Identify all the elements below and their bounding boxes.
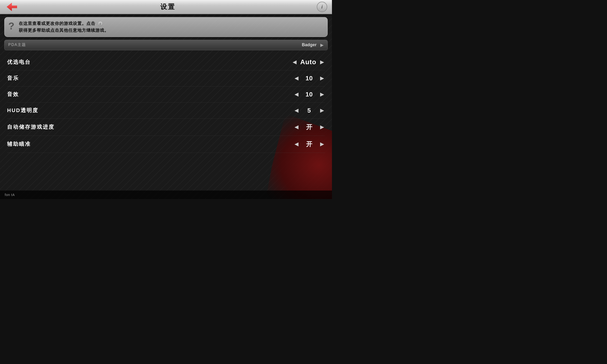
setting-row-sfx: 音效◀10▶ xyxy=(7,87,325,103)
setting-arrow-left-sfx[interactable]: ◀ xyxy=(293,91,299,97)
setting-row-autosave: 自动储存游戏进度◀开▶ xyxy=(7,119,325,136)
setting-arrow-left-auto-aim[interactable]: ◀ xyxy=(293,141,299,147)
setting-label-auto-aim: 辅助瞄准 xyxy=(7,141,31,148)
setting-arrow-right-preferred-station[interactable]: ▶ xyxy=(319,59,325,65)
setting-value-sfx: 10 xyxy=(302,91,316,98)
setting-arrow-right-autosave[interactable]: ▶ xyxy=(319,124,325,130)
info-box: ? 在这里查看或更改你的游戏设置。点击 i 获得更多帮助或点击其他任意地方继续游… xyxy=(4,17,328,37)
setting-control-sfx: ◀10▶ xyxy=(287,91,325,98)
setting-control-hud-opacity: ◀5▶ xyxy=(287,107,325,114)
setting-control-auto-aim: ◀开▶ xyxy=(287,140,325,148)
setting-value-hud-opacity: 5 xyxy=(302,107,316,114)
setting-value-autosave: 开 xyxy=(302,123,316,131)
question-icon: ? xyxy=(8,21,15,31)
setting-label-music: 音乐 xyxy=(7,75,19,82)
header-bar: 设置 i xyxy=(0,0,332,14)
setting-arrow-right-music[interactable]: ▶ xyxy=(319,75,325,81)
pda-theme-bar[interactable]: PDA主题 Badger ▶ xyxy=(4,40,328,50)
setting-row-preferred-station: 优选电台◀Auto▶ xyxy=(7,54,325,70)
back-button[interactable] xyxy=(5,2,19,12)
setting-arrow-right-hud-opacity[interactable]: ▶ xyxy=(319,107,325,114)
setting-row-hud-opacity: HUD透明度◀5▶ xyxy=(7,103,325,119)
setting-value-preferred-station: Auto xyxy=(300,58,316,66)
setting-label-preferred-station: 优选电台 xyxy=(7,59,31,66)
settings-list: 优选电台◀Auto▶音乐◀10▶音效◀10▶HUD透明度◀5▶自动储存游戏进度◀… xyxy=(0,54,332,153)
inline-info-icon: i xyxy=(98,21,103,26)
setting-arrow-left-preferred-station[interactable]: ◀ xyxy=(292,59,297,65)
pda-theme-label: PDA主题 xyxy=(8,42,26,47)
setting-row-music: 音乐◀10▶ xyxy=(7,70,325,87)
setting-control-preferred-station: ◀Auto▶ xyxy=(287,58,325,66)
setting-value-auto-aim: 开 xyxy=(302,140,316,148)
setting-label-hud-opacity: HUD透明度 xyxy=(7,107,39,114)
pda-theme-value: Badger xyxy=(302,42,317,47)
setting-arrow-left-autosave[interactable]: ◀ xyxy=(293,124,299,130)
setting-label-autosave: 自动储存游戏进度 xyxy=(7,123,54,130)
info-text-block: 在这里查看或更改你的游戏设置。点击 i 获得更多帮助或点击其他任意地方继续游戏。 xyxy=(19,20,109,34)
bottom-text: fon tA xyxy=(5,193,15,197)
pda-theme-arrow-icon: ▶ xyxy=(320,42,324,48)
info-button[interactable]: i xyxy=(317,2,327,12)
setting-arrow-right-auto-aim[interactable]: ▶ xyxy=(319,141,325,147)
setting-arrow-left-hud-opacity[interactable]: ◀ xyxy=(293,107,299,114)
info-text-line2: 获得更多帮助或点击其他任意地方继续游戏。 xyxy=(19,27,109,34)
setting-control-music: ◀10▶ xyxy=(287,75,325,82)
info-icon: i xyxy=(321,4,323,10)
setting-label-sfx: 音效 xyxy=(7,91,19,98)
bottom-bar: fon tA xyxy=(0,191,332,199)
pda-theme-control: Badger ▶ xyxy=(302,42,324,48)
setting-row-auto-aim: 辅助瞄准◀开▶ xyxy=(7,136,325,153)
setting-arrow-left-music[interactable]: ◀ xyxy=(293,75,299,81)
setting-control-autosave: ◀开▶ xyxy=(287,123,325,131)
info-text-line1: 在这里查看或更改你的游戏设置。点击 i xyxy=(19,20,109,27)
setting-value-music: 10 xyxy=(302,75,316,82)
back-arrow-icon xyxy=(7,3,17,11)
page-title: 设置 xyxy=(19,2,317,11)
setting-arrow-right-sfx[interactable]: ▶ xyxy=(319,91,325,97)
